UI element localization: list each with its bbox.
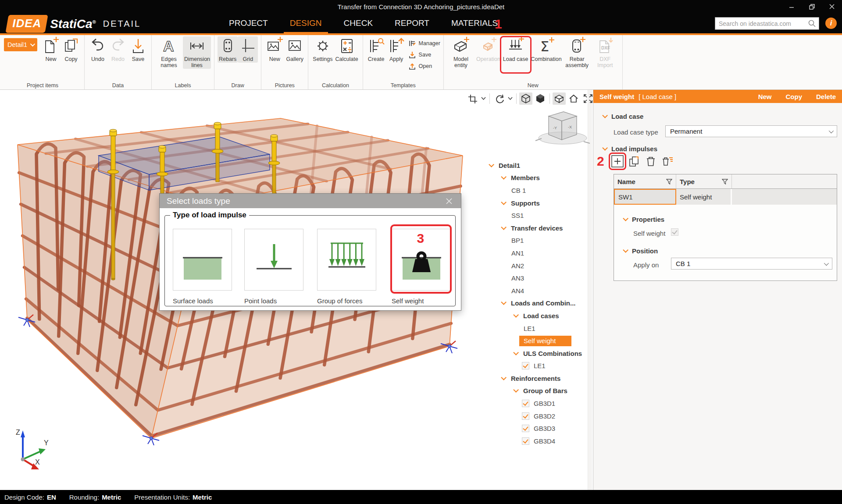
search-input[interactable]	[715, 20, 808, 27]
project-item-selector[interactable]: Detail1	[4, 38, 37, 51]
gallery-button[interactable]: Gallery	[285, 36, 305, 63]
edges-names-button[interactable]: A Edges names	[155, 36, 183, 69]
undo-button[interactable]: Undo	[88, 36, 108, 63]
template-manager-item[interactable]: Manager	[408, 38, 440, 48]
filter-icon[interactable]	[666, 179, 672, 185]
tree-item-ss1[interactable]: SS1	[486, 209, 588, 222]
tree-item-gb3d3[interactable]: GB3D3	[486, 422, 588, 435]
rotate-options-chevron[interactable]	[507, 92, 514, 105]
wireframe-view-button[interactable]	[519, 92, 532, 105]
tree-item-an2[interactable]: AN2	[486, 259, 588, 272]
rotate-view-button[interactable]	[492, 92, 506, 105]
load-case-type-select[interactable]: Permanent	[665, 125, 837, 137]
template-save-item[interactable]: Save	[408, 50, 440, 60]
settings-button[interactable]: Settings	[311, 36, 334, 63]
rebars-button[interactable]: Rebars	[218, 36, 238, 63]
chevron-down-icon	[824, 260, 829, 265]
crop-options-chevron[interactable]	[480, 92, 487, 105]
filter-icon[interactable]	[722, 179, 728, 185]
column-header-name[interactable]: Name	[614, 174, 676, 188]
tree-item-members[interactable]: Members	[486, 172, 588, 185]
new-project-item-button[interactable]: New	[41, 36, 61, 63]
svg-text:DXF: DXF	[601, 46, 610, 50]
svg-text:A: A	[163, 38, 174, 54]
close-button[interactable]	[822, 0, 842, 13]
template-open-item[interactable]: Open	[408, 61, 440, 71]
panel-new-button[interactable]: New	[758, 93, 772, 100]
combination-button[interactable]: Σ Combination	[530, 36, 563, 63]
tab-report[interactable]: REPORT	[394, 14, 430, 32]
tree-item-supports[interactable]: Supports	[486, 197, 588, 209]
dimension-lines-button[interactable]: Dimension lines	[183, 36, 211, 69]
load-case-button[interactable]: Load case	[502, 36, 530, 63]
section-view-button[interactable]	[553, 92, 566, 105]
navigation-cube[interactable]: -Y -X	[532, 106, 593, 150]
tree-item-bp1[interactable]: BP1	[486, 234, 588, 247]
grid-button[interactable]: Grid	[238, 36, 258, 63]
checkbox-checked[interactable]	[522, 362, 529, 369]
section-load-case[interactable]: Load case	[602, 113, 643, 120]
new-picture-button[interactable]: New	[264, 36, 285, 63]
minimize-button[interactable]	[781, 0, 802, 13]
add-load-impulse-button[interactable]	[611, 155, 624, 168]
tree-item-cb1[interactable]: CB 1	[486, 184, 588, 197]
rebar-assembly-button[interactable]: Rebar assembly	[563, 36, 591, 69]
calculate-button[interactable]: Calculate	[334, 36, 359, 63]
load-type-group-of-forces[interactable]	[317, 229, 376, 291]
tree-item-uls-combinations[interactable]: ULS Combinations	[486, 347, 588, 360]
section-properties[interactable]: Properties	[623, 216, 664, 223]
tree-item-uls-le1[interactable]: LE1	[486, 360, 588, 373]
solid-view-button[interactable]	[534, 92, 547, 105]
copy-project-item-button[interactable]: Copy	[61, 36, 81, 63]
tree-item-loads-and-combinations[interactable]: Loads and Combin...	[486, 297, 588, 310]
model-entity-button[interactable]: Model entity	[447, 36, 475, 69]
3d-viewport[interactable]: ZYX -Y	[0, 90, 593, 490]
apply-on-select[interactable]: CB 1	[671, 258, 832, 270]
section-position[interactable]: Position	[623, 247, 658, 255]
delete-all-load-impulses-button[interactable]	[661, 155, 674, 168]
template-apply-button[interactable]: Apply	[386, 36, 407, 63]
home-view-button[interactable]	[567, 92, 580, 105]
tree-item-an3[interactable]: AN3	[486, 272, 588, 284]
tree-item-group-of-bars[interactable]: Group of Bars	[486, 385, 588, 398]
tab-project[interactable]: PROJECT	[228, 14, 269, 32]
tree-item-transfer-devices[interactable]: Transfer devices	[486, 222, 588, 234]
tree-item-gb3d1[interactable]: GB3D1	[486, 397, 588, 410]
panel-copy-button[interactable]: Copy	[785, 93, 802, 100]
tree-item-gb3d2[interactable]: GB3D2	[486, 410, 588, 422]
titlebar: Transfer from Connection 3D Anchoring_pi…	[0, 0, 842, 13]
properties-header: Self weight [ Load case ] New Copy Delet…	[593, 90, 842, 103]
tab-design[interactable]: DESIGN	[289, 14, 323, 32]
panel-delete-button[interactable]: Delete	[816, 93, 836, 100]
checkbox-checked[interactable]	[522, 437, 529, 445]
section-load-impulses[interactable]: Load impulses	[602, 145, 657, 153]
column-header-type[interactable]: Type	[676, 174, 732, 188]
checkbox-checked[interactable]	[522, 425, 529, 432]
tree-item-detail1[interactable]: Detail1	[486, 159, 588, 172]
tab-materials[interactable]: MATERIALS	[450, 14, 499, 32]
tree-item-reinforcements[interactable]: Reinforcements	[486, 372, 588, 385]
fit-view-button[interactable]	[582, 92, 595, 105]
copy-load-impulse-button[interactable]	[628, 155, 641, 168]
tree-item-an1[interactable]: AN1	[486, 247, 588, 259]
tree-item-le1[interactable]: LE1	[486, 322, 588, 335]
cell-impulse-type[interactable]: Self weight	[676, 189, 732, 205]
crop-view-button[interactable]	[466, 92, 479, 105]
dialog-close-icon[interactable]	[444, 196, 454, 206]
save-button[interactable]: Save	[128, 36, 148, 63]
tree-item-an4[interactable]: AN4	[486, 284, 588, 297]
checkbox-checked[interactable]	[522, 412, 529, 420]
restore-button[interactable]	[802, 0, 822, 13]
load-type-surface-loads[interactable]	[173, 229, 232, 291]
tree-item-gb3d4[interactable]: GB3D4	[486, 435, 588, 447]
info-icon[interactable]: i	[825, 18, 837, 29]
checkbox-checked[interactable]	[522, 400, 529, 407]
tab-check[interactable]: CHECK	[343, 14, 374, 32]
load-type-point-loads[interactable]	[244, 229, 303, 291]
delete-load-impulse-button[interactable]	[644, 155, 657, 168]
tree-item-self-weight[interactable]: Self weight	[486, 334, 588, 347]
cell-impulse-name[interactable]: SW1	[614, 189, 676, 205]
load-type-self-weight[interactable]: 3	[392, 229, 451, 291]
tree-item-load-cases[interactable]: Load cases	[486, 309, 588, 322]
template-create-button[interactable]: Create	[366, 36, 386, 63]
